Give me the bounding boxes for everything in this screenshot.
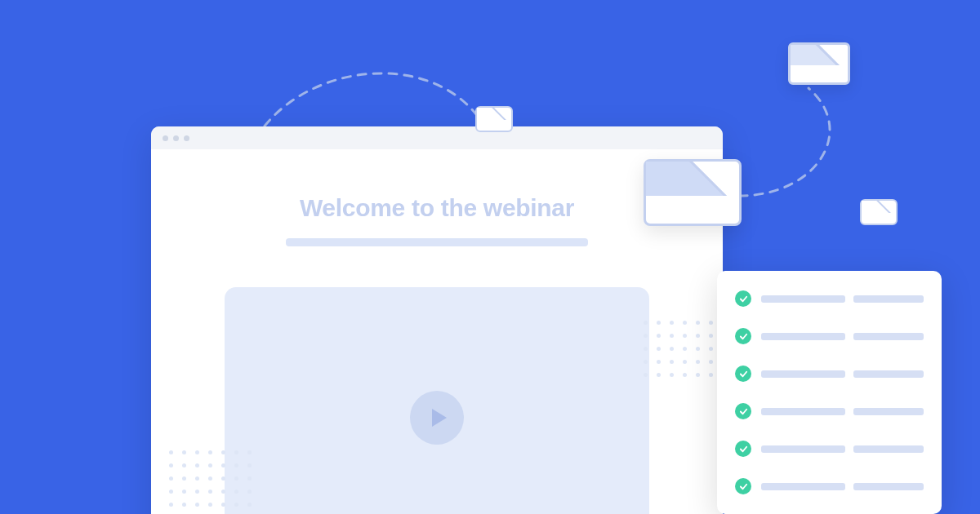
play-icon: [432, 409, 447, 427]
video-player[interactable]: [225, 287, 649, 514]
page-subtitle-placeholder: [286, 238, 588, 246]
page-title: Welcome to the webinar: [216, 194, 657, 222]
check-icon: [735, 403, 751, 419]
check-icon: [735, 366, 751, 382]
checklist-card: [717, 271, 942, 514]
text-placeholder: [853, 445, 924, 453]
envelope-icon: [788, 42, 850, 85]
browser-titlebar: [151, 126, 723, 149]
checklist-item: [735, 478, 924, 494]
decorative-dot-grid: [169, 450, 252, 507]
text-placeholder: [761, 370, 845, 378]
checklist-item: [735, 366, 924, 382]
checklist-item: [735, 328, 924, 344]
play-button[interactable]: [410, 391, 464, 445]
text-placeholder: [761, 445, 845, 453]
text-placeholder: [853, 295, 924, 303]
check-icon: [735, 290, 751, 307]
text-placeholder: [761, 483, 845, 490]
path-arc-right: [727, 82, 882, 204]
text-placeholder: [761, 333, 845, 340]
text-placeholder: [853, 483, 924, 490]
text-placeholder: [853, 370, 924, 378]
check-icon: [735, 441, 751, 457]
checklist-item: [735, 403, 924, 419]
text-placeholder: [761, 408, 845, 415]
checklist-item: [735, 290, 924, 307]
window-dot-icon: [173, 135, 179, 141]
window-dot-icon: [184, 135, 189, 141]
checklist-item: [735, 441, 924, 457]
check-icon: [735, 328, 751, 344]
text-placeholder: [761, 295, 845, 303]
envelope-icon: [644, 159, 742, 226]
envelope-icon: [860, 199, 898, 225]
check-icon: [735, 478, 751, 494]
text-placeholder: [853, 408, 924, 415]
decorative-dot-grid: [644, 321, 726, 377]
envelope-icon: [475, 106, 513, 132]
text-placeholder: [853, 333, 924, 340]
window-dot-icon: [163, 135, 168, 141]
